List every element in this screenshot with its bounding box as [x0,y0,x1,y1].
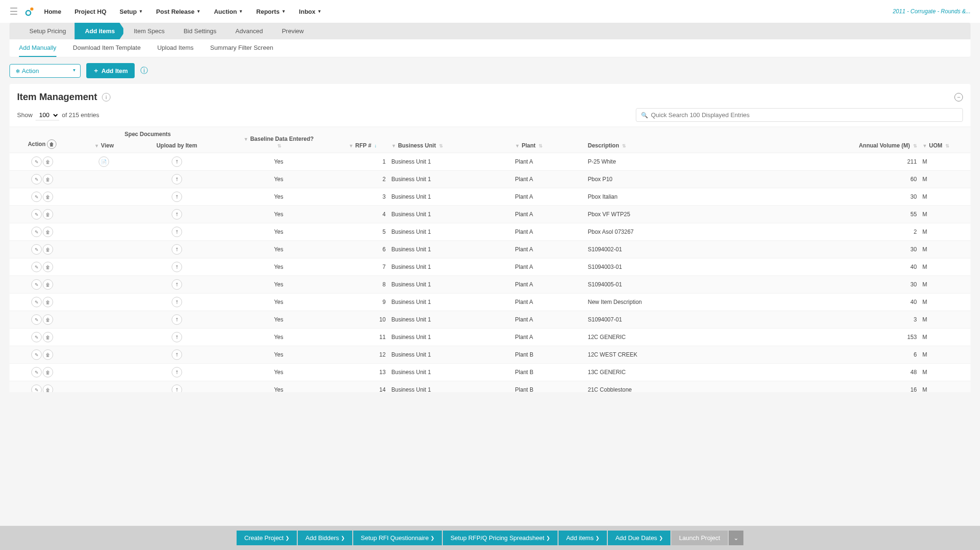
step-tab-preview[interactable]: Preview [271,23,314,39]
edit-icon[interactable]: ✎ [31,209,42,220]
upload-icon[interactable]: ⤒ [172,209,182,220]
filter-icon[interactable]: ▼ [94,143,99,148]
col-baseline[interactable]: ▼Baseline Data Entered?⇅ [220,127,337,153]
edit-icon[interactable]: ✎ [31,244,42,255]
search-box[interactable]: 🔍 [636,108,963,122]
col-uom[interactable]: ▼UOM ⇅ [920,127,971,153]
upload-icon[interactable]: ⤒ [172,279,182,290]
col-plant[interactable]: ▼Plant ⇅ [512,127,585,153]
col-vol[interactable]: Annual Volume (M) ⇅ [803,127,920,153]
edit-icon[interactable]: ✎ [31,192,42,202]
upload-icon[interactable]: ⤒ [172,262,182,272]
col-bu[interactable]: ▼Business Unit ⇅ [388,127,512,153]
upload-icon[interactable]: ⤒ [172,244,182,255]
table-wrap[interactable]: Action 🗑 Spec Documents ▼Baseline Data E… [9,127,971,392]
filter-icon[interactable]: ▼ [515,143,520,148]
nav-item-post-release[interactable]: Post Release▼ [156,8,201,15]
nav-item-auction[interactable]: Auction▼ [214,8,243,15]
delete-icon[interactable]: 🗑 [43,349,53,360]
sort-icon[interactable]: ⇅ [945,143,949,148]
upload-icon[interactable]: ⤒ [172,332,182,342]
nav-item-project-hq[interactable]: Project HQ [74,8,106,15]
filter-icon[interactable]: ▼ [348,143,353,148]
delete-icon[interactable]: 🗑 [43,227,53,237]
upload-icon[interactable]: ⤒ [172,349,182,360]
nav-item-inbox[interactable]: Inbox▼ [299,8,322,15]
edit-icon[interactable]: ✎ [31,156,42,167]
col-action[interactable]: Action 🗑 [9,127,75,153]
delete-icon[interactable]: 🗑 [43,192,53,202]
col-upload[interactable]: Upload by Item [133,138,220,153]
edit-icon[interactable]: ✎ [31,314,42,325]
upload-icon[interactable]: ⤒ [172,192,182,202]
nav-item-home[interactable]: Home [44,8,61,15]
filter-icon[interactable]: ▼ [923,143,927,148]
col-view[interactable]: ▼View [75,138,133,153]
sub-tab-summary-filter-screen[interactable]: Summary Filter Screen [210,39,273,57]
sort-icon[interactable]: ⇅ [622,143,626,148]
filter-icon[interactable]: ▼ [391,143,396,148]
step-tab-advanced[interactable]: Advanced [225,23,274,39]
info-icon[interactable]: i [102,93,110,101]
step-tab-setup-pricing[interactable]: Setup Pricing [19,23,76,39]
step-tab-add-items[interactable]: Add items [74,23,125,39]
delete-icon[interactable]: 🗑 [43,279,53,290]
step-tab-bid-settings[interactable]: Bid Settings [173,23,227,39]
sub-tab-add-manually[interactable]: Add Manually [19,39,56,57]
sort-icon[interactable]: ⇅ [439,143,443,148]
view-doc-icon[interactable]: 📄 [99,156,109,167]
edit-icon[interactable]: ✎ [31,262,42,272]
sort-icon[interactable]: ⇅ [539,143,542,148]
delete-icon[interactable]: 🗑 [43,174,53,184]
edit-icon[interactable]: ✎ [31,279,42,290]
nav-item-setup[interactable]: Setup▼ [119,8,143,15]
delete-icon[interactable]: 🗑 [43,244,53,255]
col-desc[interactable]: Description ⇅ [585,127,803,153]
nav-item-reports[interactable]: Reports▼ [256,8,286,15]
top-nav: ☰ HomeProject HQSetup▼Post Release▼Aucti… [0,0,980,23]
upload-icon[interactable]: ⤒ [172,367,182,377]
show-select[interactable]: 100 [36,110,59,120]
logo-icon[interactable] [25,7,35,16]
sort-icon[interactable]: ⇅ [913,143,917,148]
col-rfp[interactable]: ▼RFP # ↓ [337,127,388,153]
sort-icon[interactable]: ⇅ [277,143,281,148]
action-dropdown[interactable]: Action [9,64,81,78]
edit-icon[interactable]: ✎ [31,332,42,342]
delete-icon[interactable]: 🗑 [43,367,53,377]
delete-all-icon[interactable]: 🗑 [47,139,56,149]
upload-icon[interactable]: ⤒ [172,156,182,167]
upload-icon[interactable]: ⤒ [172,314,182,325]
upload-icon[interactable]: ⤒ [172,297,182,307]
cell-vol: 30 [803,241,920,258]
edit-icon[interactable]: ✎ [31,297,42,307]
edit-icon[interactable]: ✎ [31,385,42,392]
hamburger-icon[interactable]: ☰ [9,6,18,17]
sub-tab-download-item-template[interactable]: Download Item Template [73,39,141,57]
upload-icon[interactable]: ⤒ [172,174,182,184]
delete-icon[interactable]: 🗑 [43,209,53,220]
upload-icon[interactable]: ⤒ [172,227,182,237]
step-tab-item-specs[interactable]: Item Specs [123,23,175,39]
delete-icon[interactable]: 🗑 [43,332,53,342]
filter-icon[interactable]: ▼ [244,137,248,142]
edit-icon[interactable]: ✎ [31,227,42,237]
collapse-icon[interactable]: − [954,93,963,101]
sub-tab-upload-items[interactable]: Upload Items [157,39,194,57]
delete-icon[interactable]: 🗑 [43,314,53,325]
edit-icon[interactable]: ✎ [31,174,42,184]
sort-icon[interactable]: ↓ [374,143,376,148]
upload-icon[interactable]: ⤒ [172,385,182,392]
delete-icon[interactable]: 🗑 [43,297,53,307]
delete-icon[interactable]: 🗑 [43,156,53,167]
table-row: ✎🗑⤒Yes10Business Unit 1Plant AS1094007-0… [9,311,971,329]
project-label[interactable]: 2011 - Corrugate - Rounds &... [893,8,971,15]
cell-uom: M [920,206,971,223]
add-item-button[interactable]: ＋Add Item [86,63,135,78]
search-input[interactable] [651,111,958,119]
edit-icon[interactable]: ✎ [31,367,42,377]
help-icon[interactable]: ⓘ [140,66,148,76]
delete-icon[interactable]: 🗑 [43,262,53,272]
delete-icon[interactable]: 🗑 [43,385,53,392]
edit-icon[interactable]: ✎ [31,349,42,360]
